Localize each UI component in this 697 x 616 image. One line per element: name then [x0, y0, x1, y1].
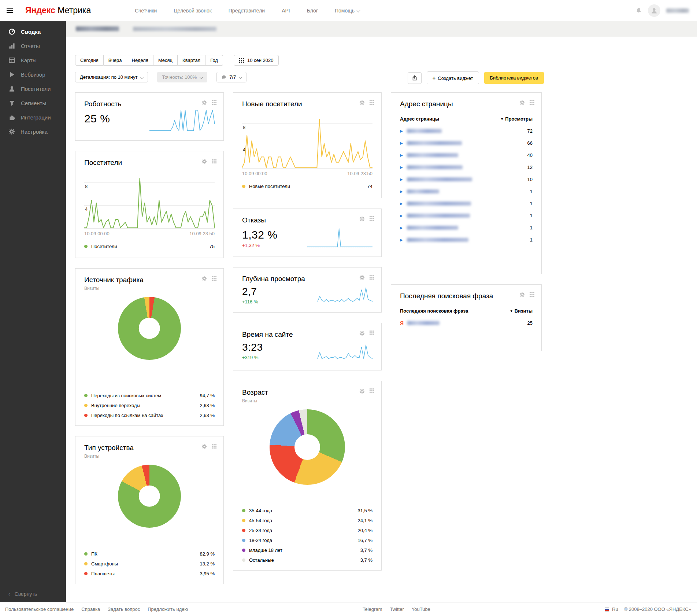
widget-drag-handle-icon[interactable]: [212, 159, 216, 164]
widget-drag-handle-icon[interactable]: [370, 100, 374, 106]
widget-settings-icon[interactable]: [201, 100, 207, 106]
expand-play-icon[interactable]: ▶: [400, 202, 403, 206]
footer-ask-question[interactable]: Задать вопрос: [108, 606, 140, 612]
period-week-button[interactable]: Неделя: [127, 55, 153, 66]
widget-settings-icon[interactable]: [201, 159, 207, 164]
widget-settings-icon[interactable]: [359, 275, 365, 280]
column-views[interactable]: ▼Просмотры: [500, 116, 533, 122]
legend-row[interactable]: Переходы по ссылкам на сайтах2,63 %: [84, 413, 215, 418]
widget-settings-icon[interactable]: [359, 388, 365, 394]
table-row[interactable]: ▶72: [400, 128, 533, 134]
sidebar-item-settings[interactable]: Настройка: [0, 125, 66, 139]
nav-help[interactable]: Помощь: [335, 8, 360, 14]
nav-blog[interactable]: Блог: [307, 8, 318, 14]
hamburger-menu-icon[interactable]: [7, 7, 13, 14]
widget-drag-handle-icon[interactable]: [370, 216, 374, 222]
table-row[interactable]: ▶1: [400, 237, 533, 243]
widget-drag-handle-icon[interactable]: [530, 100, 534, 106]
nav-api[interactable]: API: [282, 8, 290, 14]
widget-drag-handle-icon[interactable]: [530, 292, 534, 298]
widget-drag-handle-icon[interactable]: [212, 100, 216, 106]
widget-settings-icon[interactable]: [359, 100, 365, 106]
counter-name-redacted[interactable]: [76, 26, 119, 31]
app-logo[interactable]: Яндекс Метрика: [25, 5, 91, 15]
widget-drag-handle-icon[interactable]: [370, 331, 374, 336]
widget-settings-icon[interactable]: [519, 100, 525, 106]
date-picker-button[interactable]: 10 сен 2020: [234, 55, 279, 66]
expand-play-icon[interactable]: ▶: [400, 190, 403, 193]
period-yesterday-button[interactable]: Вчера: [104, 55, 127, 66]
sidebar-item-summary[interactable]: Сводка: [0, 25, 66, 39]
user-avatar[interactable]: [648, 4, 660, 17]
accuracy-dropdown[interactable]: Точность: 100%: [157, 72, 207, 82]
detalization-dropdown[interactable]: Детализация: по 10 минут: [75, 72, 148, 82]
column-visits[interactable]: ▼Визиты: [510, 308, 533, 314]
legend-row[interactable]: ПК82,9 %: [84, 551, 215, 557]
footer-user-agreement[interactable]: Пользовательское соглашение: [5, 606, 74, 612]
sidebar-item-segments[interactable]: Сегменты: [0, 96, 66, 110]
legend-row[interactable]: Новые посетители 74: [242, 184, 372, 189]
widget-settings-icon[interactable]: [359, 216, 365, 222]
legend-row[interactable]: 45-54 года24,1 %: [242, 518, 372, 523]
widget-library-button[interactable]: Библиотека виджетов: [484, 72, 544, 84]
expand-play-icon[interactable]: ▶: [400, 238, 403, 242]
footer-help[interactable]: Справка: [81, 606, 100, 612]
widget-settings-icon[interactable]: [519, 292, 525, 298]
widget-settings-icon[interactable]: [359, 331, 365, 336]
sidebar-item-maps[interactable]: Карты: [0, 53, 66, 67]
footer-twitter[interactable]: Twitter: [390, 606, 404, 612]
widget-drag-handle-icon[interactable]: [370, 388, 374, 394]
create-widget-button[interactable]: +Создать виджет: [427, 71, 479, 84]
widget-settings-icon[interactable]: [201, 444, 207, 449]
widget-drag-handle-icon[interactable]: [370, 275, 374, 280]
expand-play-icon[interactable]: ▶: [400, 214, 403, 218]
username-redacted[interactable]: [666, 8, 689, 13]
column-url[interactable]: Адрес страницы: [400, 116, 439, 122]
table-row[interactable]: ▶40: [400, 152, 533, 158]
sidebar-item-integrations[interactable]: Интеграции: [0, 110, 66, 125]
nav-target-call[interactable]: Целевой звонок: [174, 8, 212, 14]
table-row[interactable]: ▶1: [400, 201, 533, 206]
expand-play-icon[interactable]: ▶: [400, 154, 403, 157]
sidebar-item-visitors[interactable]: Посетители: [0, 82, 66, 96]
legend-row[interactable]: младше 18 лет3,7 %: [242, 547, 372, 553]
sidebar-item-webvisor[interactable]: Вебвизор: [0, 67, 66, 82]
table-row[interactable]: Я 25: [400, 320, 533, 326]
table-row[interactable]: ▶1: [400, 189, 533, 194]
period-today-button[interactable]: Сегодня: [75, 55, 104, 66]
period-quarter-button[interactable]: Квартал: [178, 55, 205, 66]
legend-row[interactable]: 18-24 года16,7 %: [242, 538, 372, 543]
expand-play-icon[interactable]: ▶: [400, 141, 403, 145]
legend-row[interactable]: Смартфоны13,2 %: [84, 561, 215, 567]
period-year-button[interactable]: Год: [205, 55, 223, 66]
language-switcher[interactable]: Ru: [612, 606, 618, 612]
table-row[interactable]: ▶1: [400, 213, 533, 218]
export-button[interactable]: [408, 72, 422, 84]
nav-representatives[interactable]: Представители: [229, 8, 265, 14]
period-month-button[interactable]: Месяц: [153, 55, 178, 66]
widget-settings-icon[interactable]: [201, 276, 207, 281]
table-row[interactable]: ▶66: [400, 140, 533, 146]
sidebar-item-reports[interactable]: Отчеты: [0, 39, 66, 53]
legend-row[interactable]: Посетители 75: [84, 244, 215, 249]
notifications-bell-icon[interactable]: [635, 7, 642, 14]
table-row[interactable]: ▶10: [400, 177, 533, 182]
table-row[interactable]: ▶1: [400, 225, 533, 230]
legend-row[interactable]: 35-44 года31,5 %: [242, 508, 372, 513]
sidebar-collapse[interactable]: ‹Свернуть: [8, 591, 37, 597]
footer-youtube[interactable]: YouTube: [412, 606, 430, 612]
legend-row[interactable]: 25-34 года20,4 %: [242, 528, 372, 533]
nav-counters[interactable]: Счетчики: [135, 8, 157, 14]
footer-suggest-idea[interactable]: Предложить идею: [148, 606, 188, 612]
legend-row[interactable]: Внутренние переходы2,63 %: [84, 403, 215, 408]
expand-play-icon[interactable]: ▶: [400, 178, 403, 181]
expand-play-icon[interactable]: ▶: [400, 166, 403, 169]
expand-play-icon[interactable]: ▶: [400, 226, 403, 230]
expand-play-icon[interactable]: ▶: [400, 129, 403, 133]
days-filter-dropdown[interactable]: 7/7: [216, 72, 246, 82]
table-row[interactable]: ▶12: [400, 165, 533, 170]
widget-drag-handle-icon[interactable]: [212, 444, 216, 449]
legend-row[interactable]: Остальные3,7 %: [242, 557, 372, 563]
widget-drag-handle-icon[interactable]: [212, 276, 216, 281]
legend-row[interactable]: Планшеты3,95 %: [84, 571, 215, 576]
